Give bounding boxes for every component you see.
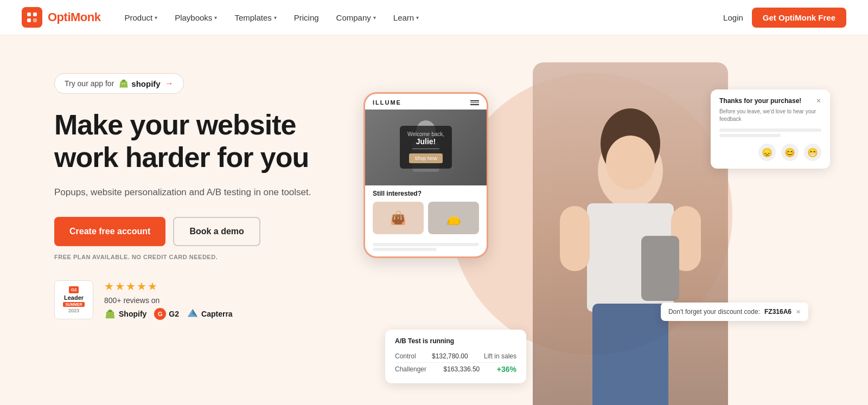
hero-subtitle: Popups, website personalization and A/B … <box>54 185 358 200</box>
discount-card: Don't forget your discount code: FZ316A6… <box>661 303 808 321</box>
ab-row-control: Control $132,780.00 Lift in sales <box>395 350 516 363</box>
footer-lines <box>373 243 479 251</box>
ab-challenger-value: $163,336.50 <box>444 365 480 373</box>
phone-header: ILLUME <box>365 94 487 110</box>
close-icon[interactable]: ✕ <box>816 97 821 105</box>
welcome-popup: Welcome back, Julie! Shop Now <box>400 126 452 169</box>
handbag-icon: 👜 <box>390 210 406 226</box>
product-grid: 👜 👝 <box>365 200 487 240</box>
nav-pricing[interactable]: Pricing <box>286 9 327 27</box>
stars-row: ★ ★ ★ ★ ★ <box>104 280 233 293</box>
hero-title: Make your website work harder for you <box>54 109 358 174</box>
nav-playbooks[interactable]: Playbooks ▾ <box>167 9 225 27</box>
feedback-lines <box>719 128 821 137</box>
nav-product[interactable]: Product ▾ <box>117 9 165 27</box>
phone-footer <box>365 240 487 256</box>
free-plan-note: FREE PLAN AVAILABLE. NO CREDIT CARD NEED… <box>54 254 358 260</box>
product-card-2[interactable]: 👝 <box>428 202 479 234</box>
svg-rect-1 <box>33 12 37 16</box>
capterra-platform: Capterra <box>187 308 233 320</box>
svg-rect-12 <box>560 206 590 271</box>
navbar: OptiMonk Product ▾ Playbooks ▾ Templates… <box>0 0 868 35</box>
g2-leader-label: Leader <box>64 294 84 301</box>
welcome-back-text: Welcome back, <box>407 131 444 137</box>
reviews-count: 800+ reviews on <box>104 296 233 305</box>
footer-line-short <box>373 248 437 251</box>
shopify-platform: Shopify <box>104 308 146 320</box>
svg-rect-14 <box>641 236 679 301</box>
welcome-user-name: Julie! <box>407 137 444 146</box>
login-link[interactable]: Login <box>723 13 743 22</box>
phone-brand: ILLUME <box>373 99 401 106</box>
nav-links: Product ▾ Playbooks ▾ Templates ▾ Pricin… <box>117 9 723 27</box>
logo-icon <box>22 7 42 28</box>
book-demo-button[interactable]: Book a demo <box>173 217 260 246</box>
phone-menu-icon <box>470 99 479 106</box>
ab-test-card: A/B Test is running Control $132,780.00 … <box>385 330 526 383</box>
feedback-line-short <box>719 134 781 137</box>
feedback-card: Thanks for your purchase! ✕ Before you l… <box>711 89 830 169</box>
feedback-subtitle: Before you leave, we'd love to hear your… <box>719 108 821 123</box>
discount-prefix: Don't forget your discount code: <box>668 308 760 316</box>
chevron-down-icon: ▾ <box>416 15 419 21</box>
popup-cta-button[interactable]: Shop Now <box>409 153 443 163</box>
g2-badge: G2 Leader SUMMER 2023 <box>54 280 93 319</box>
purse-icon: 👝 <box>445 210 462 226</box>
feedback-title: Thanks for your purchase! <box>719 97 801 105</box>
star-icon: ★ <box>148 280 157 293</box>
nav-learn[interactable]: Learn ▾ <box>386 9 426 27</box>
reviews-area: ★ ★ ★ ★ ★ 800+ reviews on Shopify <box>104 280 233 320</box>
ab-control-value: $132,780.00 <box>432 352 468 360</box>
nav-company[interactable]: Company ▾ <box>329 9 384 27</box>
hero-buttons: Create free account Book a demo <box>54 217 358 246</box>
get-optimonk-free-button[interactable]: Get OptiMonk Free <box>752 8 846 28</box>
emoji-row: 😞 😊 😁 <box>719 144 821 161</box>
review-platforms: Shopify G G2 Capterra <box>104 308 233 320</box>
star-icon: ★ <box>104 280 114 293</box>
svg-rect-4 <box>123 83 123 85</box>
hero-right: ILLUME <box>358 62 825 405</box>
star-icon: ★ <box>137 280 146 293</box>
g2-platform: G G2 <box>154 308 179 320</box>
svg-rect-3 <box>33 18 37 22</box>
svg-point-10 <box>606 136 655 190</box>
welcome-popup-overlay: Welcome back, Julie! Shop Now <box>365 110 487 185</box>
svg-rect-5 <box>125 83 125 85</box>
ab-row-challenger: Challenger $163,336.50 +36% <box>395 363 516 376</box>
logo-text: OptiMonk <box>48 10 100 24</box>
feedback-header: Thanks for your purchase! ✕ <box>719 97 821 105</box>
star-icon: ★ <box>126 280 136 293</box>
chevron-down-icon: ▾ <box>274 15 277 21</box>
svg-rect-2 <box>27 18 31 22</box>
hero-section: Try our app for shopify → Make your webs… <box>0 35 868 405</box>
shopify-badge-prefix: Try our app for <box>65 79 114 88</box>
shopify-badge[interactable]: Try our app for shopify → <box>54 73 184 94</box>
ab-test-title: A/B Test is running <box>395 337 516 345</box>
nav-templates[interactable]: Templates ▾ <box>227 9 284 27</box>
discount-code: FZ316A6 <box>764 308 792 316</box>
g2-top-label: G2 <box>69 286 79 293</box>
svg-rect-0 <box>27 12 31 16</box>
close-icon[interactable]: ✕ <box>796 308 801 316</box>
logo[interactable]: OptiMonk <box>22 7 100 28</box>
feedback-line <box>719 128 821 132</box>
chevron-down-icon: ▾ <box>214 15 217 21</box>
product-card-1[interactable]: 👜 <box>373 202 424 234</box>
shopify-logo: shopify <box>118 78 160 89</box>
g2-mini-icon: G <box>154 308 166 320</box>
g2-season-label: SUMMER <box>63 302 84 307</box>
woman-illustration <box>533 62 728 405</box>
ab-lift-sales-label: Lift in sales <box>484 352 516 360</box>
svg-rect-15 <box>592 304 668 405</box>
badge-arrow-icon: → <box>165 79 174 88</box>
star-icon: ★ <box>115 280 125 293</box>
divider <box>412 149 439 149</box>
ab-lift-value: +36% <box>497 365 516 374</box>
social-proof: G2 Leader SUMMER 2023 ★ ★ ★ ★ ★ 800+ rev… <box>54 280 358 320</box>
emoji-happy-button[interactable]: 😁 <box>804 144 821 161</box>
chevron-down-icon: ▾ <box>155 15 157 21</box>
emoji-sad-button[interactable]: 😞 <box>758 144 776 161</box>
create-free-account-button[interactable]: Create free account <box>54 217 165 246</box>
emoji-neutral-button[interactable]: 😊 <box>781 144 799 161</box>
footer-line <box>373 243 479 246</box>
